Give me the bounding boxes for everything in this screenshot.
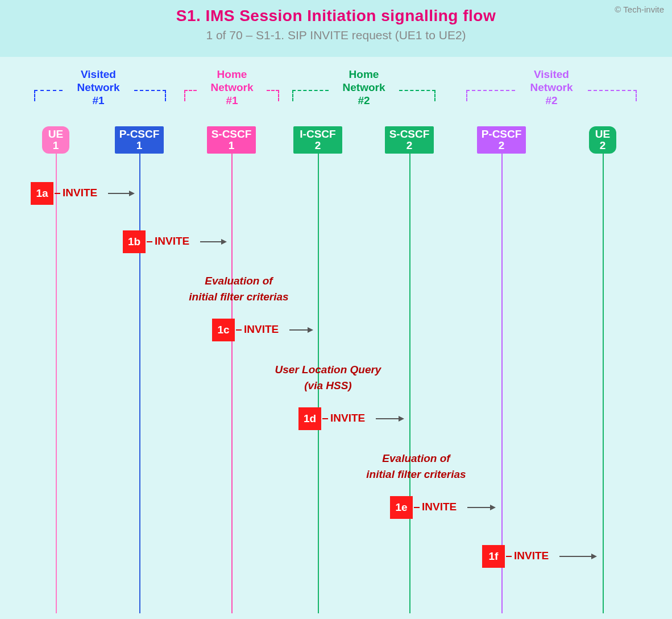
msg-1b: INVITE [155, 235, 189, 247]
arrow-1c [289, 329, 312, 331]
step-1d: 1d [298, 407, 321, 430]
net-l2: Network [530, 81, 573, 93]
node-l1: S-CSCF [389, 129, 430, 140]
arrow-1f [559, 556, 596, 557]
net-l1: Home [349, 68, 379, 80]
lifeline-ue2 [603, 154, 604, 613]
step-1e: 1e [390, 496, 413, 519]
annot-ulq: User Location Query (via HSS) [263, 362, 393, 393]
net-l2: Network [211, 81, 254, 93]
node-ue1: UE 1 [42, 126, 69, 154]
bracket-home-2-right [399, 90, 435, 101]
node-scscf1: S-CSCF 1 [207, 126, 256, 154]
bracket-visited-2-right [588, 90, 637, 101]
net-l2: Network [343, 81, 385, 93]
msg-1d: INVITE [330, 412, 365, 424]
bracket-home-2-left [292, 90, 329, 101]
step-1f: 1f [482, 545, 505, 568]
lifeline-scscf2 [409, 154, 410, 613]
bracket-visited-1-right [134, 90, 166, 101]
lifeline-ue1 [56, 154, 57, 613]
node-l1: P-CSCF [119, 129, 160, 140]
node-pcscf2: P-CSCF 2 [477, 126, 526, 154]
msg-1a: INVITE [63, 187, 97, 199]
node-l2: 2 [406, 140, 413, 151]
net-l1: Home [217, 68, 247, 80]
network-label-home-1: Home Network #1 [198, 68, 266, 107]
net-l1: Visited [534, 68, 569, 80]
net-l1: Visited [81, 68, 116, 80]
arrow-1b [200, 241, 226, 242]
node-scscf2: S-CSCF 2 [385, 126, 434, 154]
node-pcscf1: P-CSCF 1 [115, 126, 164, 154]
bracket-home-1-right [267, 90, 279, 101]
node-l1: UE [595, 129, 610, 140]
lifeline-scscf1 [231, 154, 233, 613]
arrow-1a [108, 193, 134, 194]
page-title: S1. IMS Session Initiation signalling fl… [0, 7, 672, 25]
node-l1: S-CSCF [211, 129, 252, 140]
page-subtitle: 1 of 70 – S1-1. SIP INVITE request (UE1 … [0, 28, 672, 42]
network-label-visited-2: Visited Network #2 [517, 68, 586, 107]
node-ue2: UE 2 [589, 126, 616, 154]
arrow-1d [376, 418, 403, 419]
annot-l1: User Location Query [275, 364, 381, 375]
node-l2: 2 [600, 140, 606, 151]
annot-l2: initial filter criterias [189, 291, 288, 303]
bracket-visited-1-left [34, 90, 63, 101]
msg-1c: INVITE [244, 323, 279, 336]
net-l3: #1 [226, 94, 238, 106]
node-l2: 1 [229, 140, 235, 151]
lifeline-pcscf2 [501, 154, 503, 613]
node-l1: UE [48, 129, 63, 140]
lifeline-pcscf1 [139, 154, 140, 613]
annot-l1: Evaluation of [382, 452, 450, 464]
msg-1e: INVITE [422, 501, 457, 513]
network-label-visited-1: Visited Network #1 [64, 68, 132, 107]
step-1b: 1b [123, 230, 146, 253]
node-l2: 1 [136, 140, 143, 151]
header: © Tech-invite S1. IMS Session Initiation… [0, 0, 672, 57]
step-1a: 1a [31, 182, 53, 205]
net-l3: #2 [545, 94, 557, 106]
node-l2: 1 [53, 140, 59, 151]
bracket-home-1-left [184, 90, 197, 101]
node-icscf2: I-CSCF 2 [293, 126, 342, 154]
copyright: © Tech-invite [615, 5, 664, 14]
annot-l2: (via HSS) [304, 379, 351, 391]
node-l2: 2 [315, 140, 321, 151]
node-l2: 2 [499, 140, 505, 151]
network-label-home-2: Home Network #2 [330, 68, 398, 107]
step-1c: 1c [212, 319, 235, 341]
msg-1f: INVITE [514, 550, 549, 562]
node-l1: I-CSCF [300, 129, 335, 140]
node-l1: P-CSCF [482, 129, 522, 140]
net-l3: #1 [92, 94, 104, 106]
net-l3: #2 [358, 94, 370, 106]
annot-l1: Evaluation of [205, 275, 272, 287]
arrow-1e [467, 507, 495, 508]
bracket-visited-2-left [466, 90, 515, 101]
annot-l2: initial filter criterias [366, 468, 466, 480]
net-l2: Network [77, 81, 120, 93]
annot-eval-1: Evaluation of initial filter criterias [176, 273, 301, 304]
annot-eval-2: Evaluation of initial filter criterias [354, 451, 479, 482]
